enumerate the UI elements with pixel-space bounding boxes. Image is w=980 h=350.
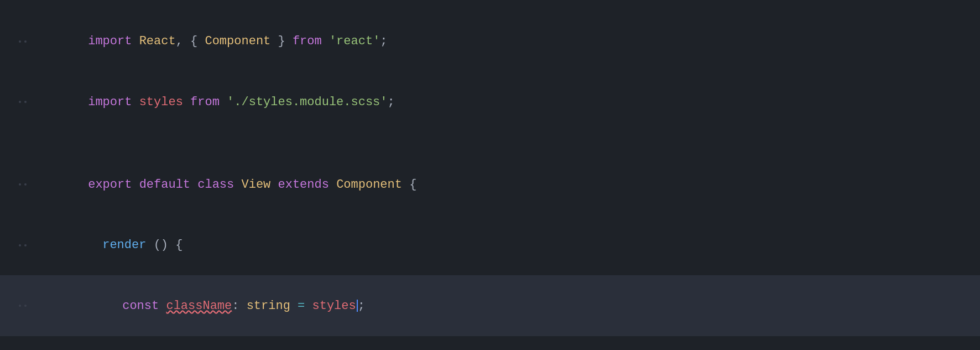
keyword-const: const [122, 299, 159, 313]
identifier-styles: styles [312, 299, 356, 313]
gutter-6 [0, 305, 39, 307]
operator-equals: = [298, 299, 305, 313]
method-render: render [102, 238, 146, 252]
line-content-6: const className: string = styles; [39, 276, 365, 335]
dot [19, 305, 21, 307]
code-line-5: render () { [0, 215, 980, 276]
code-line-4: export default class View extends Compon… [0, 154, 980, 215]
dot [24, 305, 27, 307]
dot [24, 244, 27, 246]
code-line-6: const className: string = styles; [0, 275, 980, 336]
identifier-react: React [139, 34, 176, 48]
keyword-from: from [293, 34, 322, 48]
keyword-import: import [88, 34, 132, 48]
code-line-7: return ( [0, 336, 980, 350]
keyword-from: from [190, 95, 220, 109]
line-content-7: return ( [39, 337, 181, 350]
line-content-4: export default class View extends Compon… [39, 155, 416, 214]
string-scss: './styles.module.scss' [227, 95, 387, 109]
identifier-styles: styles [139, 95, 183, 109]
code-line-3 [0, 132, 980, 154]
code-editor[interactable]: import React, { Component } from 'react'… [0, 0, 980, 350]
identifier-classname: className [166, 299, 232, 313]
line-content-5: render () { [39, 216, 183, 275]
dot [19, 244, 21, 246]
dot [24, 183, 27, 186]
gutter-4 [0, 183, 39, 186]
dot [19, 183, 21, 186]
code-line-1: import React, { Component } from 'react'… [0, 11, 980, 72]
gutter-5 [0, 244, 39, 246]
line-content-1: import React, { Component } from 'react'… [39, 12, 388, 71]
dot [19, 101, 21, 103]
keyword-class: class [197, 178, 234, 192]
code-line-2: import styles from './styles.module.scss… [0, 72, 980, 133]
gutter-2 [0, 101, 39, 103]
identifier-component: Component [205, 34, 270, 48]
dot [19, 40, 21, 43]
string-react: 'react' [329, 34, 380, 48]
keyword-import: import [88, 95, 132, 109]
keyword-default: default [139, 178, 190, 192]
type-string: string [247, 299, 290, 313]
keyword-extends: extends [278, 178, 329, 192]
dot [24, 101, 27, 103]
line-content-3 [39, 133, 51, 153]
gutter-1 [0, 40, 39, 43]
keyword-export: export [88, 178, 132, 192]
identifier-component: Component [336, 178, 402, 192]
line-content-2: import styles from './styles.module.scss… [39, 73, 395, 132]
identifier-view: View [241, 178, 270, 192]
dot [24, 40, 27, 43]
